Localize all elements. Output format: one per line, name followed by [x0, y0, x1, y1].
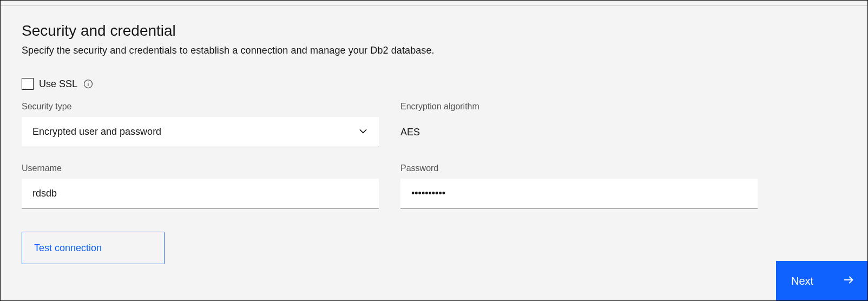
- next-button[interactable]: Next: [776, 261, 868, 301]
- security-type-value: Encrypted user and password: [32, 126, 161, 138]
- username-input[interactable]: [22, 179, 379, 209]
- password-field: Password: [400, 163, 758, 209]
- password-input[interactable]: [400, 179, 758, 209]
- encryption-algorithm-label: Encryption algorithm: [400, 102, 758, 112]
- security-type-select[interactable]: Encrypted user and password: [22, 117, 379, 147]
- username-field: Username: [22, 163, 379, 209]
- use-ssl-checkbox[interactable]: [22, 78, 34, 90]
- arrow-right-icon: [843, 274, 855, 289]
- encryption-algorithm-value: AES: [400, 117, 758, 147]
- security-type-field: Security type Encrypted user and passwor…: [22, 102, 379, 147]
- chevron-down-icon: [358, 126, 368, 138]
- section-description: Specify the security and credentials to …: [22, 45, 846, 56]
- security-type-label: Security type: [22, 102, 379, 112]
- test-connection-button[interactable]: Test connection: [22, 232, 165, 264]
- password-label: Password: [400, 163, 758, 173]
- use-ssl-label: Use SSL: [39, 78, 77, 90]
- section-title: Security and credential: [22, 22, 846, 40]
- use-ssl-row: Use SSL: [22, 78, 846, 90]
- svg-point-1: [88, 82, 89, 83]
- encryption-algorithm-field: Encryption algorithm AES: [400, 102, 758, 147]
- username-label: Username: [22, 163, 379, 173]
- next-button-label: Next: [791, 275, 813, 287]
- info-icon[interactable]: [83, 78, 94, 89]
